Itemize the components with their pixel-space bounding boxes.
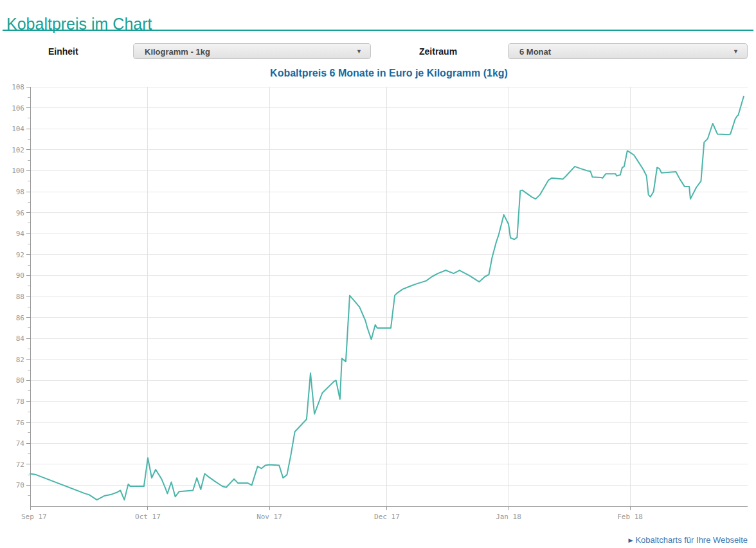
y-axis-label: 88 (16, 293, 24, 301)
y-axis-label: 80 (16, 376, 24, 385)
y-axis-label: 108 (12, 83, 24, 91)
x-axis-label: Dec 17 (374, 513, 400, 521)
y-axis-label: 76 (16, 419, 24, 427)
x-axis-label: Nov 17 (256, 513, 282, 521)
y-axis-label: 98 (16, 188, 24, 196)
y-axis-label: 92 (16, 251, 24, 259)
y-axis-label: 74 (16, 439, 25, 448)
y-axis-label: 70 (16, 481, 24, 489)
y-axis-label: 102 (12, 146, 24, 154)
x-axis-label: Oct 17 (135, 513, 161, 521)
y-axis-label: 86 (16, 314, 24, 322)
y-axis-label: 72 (16, 461, 24, 469)
y-axis-label: 104 (12, 125, 24, 133)
y-axis-label: 106 (12, 104, 24, 113)
x-axis-label: Feb 18 (617, 513, 643, 521)
y-axis-label: 96 (16, 209, 24, 217)
y-axis-label: 84 (16, 334, 25, 343)
y-axis-label: 94 (16, 230, 25, 238)
webseite-link-label: Kobaltcharts für Ihre Webseite (635, 535, 748, 545)
x-axis-label: Jan 18 (496, 513, 521, 521)
x-axis-label: Sep 17 (21, 513, 47, 521)
y-axis-label: 90 (16, 271, 24, 280)
y-axis-label: 82 (16, 356, 24, 364)
y-axis-label: 78 (16, 397, 24, 406)
y-axis-label: 100 (12, 167, 24, 175)
price-line-chart[interactable]: 7072747678808284868890929496981001021041… (0, 0, 756, 548)
arrow-right-icon: ▶ (628, 537, 633, 543)
webseite-link[interactable]: ▶Kobaltcharts für Ihre Webseite (628, 535, 748, 545)
